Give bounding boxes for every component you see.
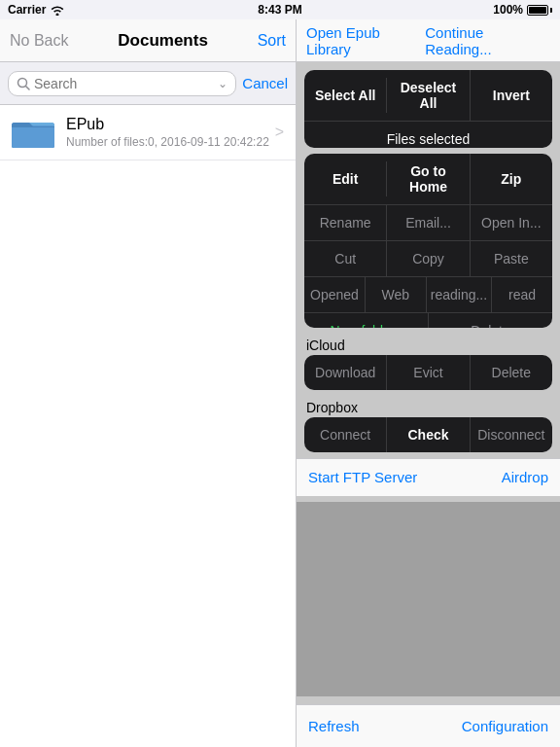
file-name: EPub xyxy=(66,116,275,133)
edit-group: Edit Go to Home Zip Rename Email... Open… xyxy=(304,154,552,328)
nav-title: Documents xyxy=(118,31,208,51)
files-selected-label: Files selected xyxy=(304,122,552,148)
select-row: Select All Deselect All Invert xyxy=(304,70,552,122)
cut-button[interactable]: Cut xyxy=(304,241,387,276)
zip-button[interactable]: Zip xyxy=(471,161,552,196)
dropbox-section: Dropbox Connect Check Disconnect xyxy=(304,396,552,452)
gray-area xyxy=(297,502,560,696)
file-item-epub[interactable]: EPub Number of files:0, 2016-09-11 20:42… xyxy=(0,105,296,160)
copy-button[interactable]: Copy xyxy=(387,241,470,276)
edit-row-5: New folder.. Delete xyxy=(304,313,552,328)
folder-icon xyxy=(12,115,54,150)
edit-button[interactable]: Edit xyxy=(304,161,387,196)
search-cancel-button[interactable]: Cancel xyxy=(242,75,288,91)
svg-line-1 xyxy=(26,86,30,89)
back-button[interactable]: No Back xyxy=(10,32,68,50)
left-panel: No Back Documents Sort ⌄ Cancel xyxy=(0,19,297,747)
status-bar: Carrier 8:43 PM 100% xyxy=(0,0,560,19)
email-button[interactable]: Email... xyxy=(387,205,470,240)
icloud-label: iCloud xyxy=(304,334,552,355)
read-button[interactable]: read xyxy=(492,277,552,312)
check-button[interactable]: Check xyxy=(387,417,470,452)
dropbox-group: Connect Check Disconnect xyxy=(304,417,552,452)
opened-button[interactable]: Opened xyxy=(304,277,366,312)
status-right: 100% xyxy=(493,3,552,17)
file-chevron-icon: > xyxy=(275,124,284,141)
airdrop-button[interactable]: Airdrop xyxy=(502,469,548,485)
edit-row-4: Opened Web reading... read xyxy=(304,277,552,313)
deselect-all-button[interactable]: Deselect All xyxy=(387,70,470,121)
refresh-button[interactable]: Refresh xyxy=(308,718,360,734)
evict-button[interactable]: Evict xyxy=(387,355,470,390)
dropbox-row: Connect Check Disconnect xyxy=(304,417,552,452)
right-content: Select All Deselect All Invert Files sel… xyxy=(297,62,560,704)
invert-button[interactable]: Invert xyxy=(471,78,552,113)
web-button[interactable]: Web xyxy=(366,277,427,312)
open-in-button[interactable]: Open In... xyxy=(471,205,552,240)
edit-row-3: Cut Copy Paste xyxy=(304,241,552,277)
paste-button[interactable]: Paste xyxy=(471,241,552,276)
ftp-airdrop-bar: Start FTP Server Airdrop xyxy=(297,458,560,496)
dropbox-label: Dropbox xyxy=(304,396,552,417)
rename-button[interactable]: Rename xyxy=(304,205,387,240)
files-selected-row: Files selected xyxy=(304,122,552,148)
battery-icon xyxy=(527,5,552,16)
disconnect-button[interactable]: Disconnect xyxy=(471,417,552,452)
battery-percent: 100% xyxy=(493,3,523,17)
status-left: Carrier xyxy=(8,3,65,17)
continue-reading-button[interactable]: Continue Reading... xyxy=(425,24,550,57)
footer-bar: Refresh Configuration xyxy=(297,704,560,747)
sort-button[interactable]: Sort xyxy=(258,32,286,50)
status-time: 8:43 PM xyxy=(258,3,301,17)
edit-row-2: Rename Email... Open In... xyxy=(304,205,552,241)
icloud-row: Download Evict Delete xyxy=(304,355,552,390)
new-folder-button[interactable]: New folder.. xyxy=(304,313,429,328)
download-button[interactable]: Download xyxy=(304,355,387,390)
edit-row-1: Edit Go to Home Zip xyxy=(304,154,552,205)
file-list: EPub Number of files:0, 2016-09-11 20:42… xyxy=(0,105,296,747)
go-to-home-button[interactable]: Go to Home xyxy=(387,154,470,204)
search-input[interactable] xyxy=(34,76,214,91)
search-input-wrap[interactable]: ⌄ xyxy=(8,71,236,96)
carrier-label: Carrier xyxy=(8,3,46,17)
open-epub-library-button[interactable]: Open Epub Library xyxy=(306,24,425,57)
icloud-group: Download Evict Delete xyxy=(304,355,552,390)
file-meta: Number of files:0, 2016-09-11 20:42:22 xyxy=(66,135,275,149)
delete-button-edit[interactable]: Delete xyxy=(429,313,552,328)
right-nav-bar: Open Epub Library Continue Reading... xyxy=(297,19,560,62)
search-chevron-icon: ⌄ xyxy=(218,77,228,90)
icloud-delete-button[interactable]: Delete xyxy=(471,355,552,390)
select-group: Select All Deselect All Invert Files sel… xyxy=(304,70,552,148)
search-bar: ⌄ Cancel xyxy=(0,62,296,105)
left-nav-bar: No Back Documents Sort xyxy=(0,19,296,62)
main-layout: No Back Documents Sort ⌄ Cancel xyxy=(0,19,560,747)
wifi-icon xyxy=(50,4,65,16)
start-ftp-button[interactable]: Start FTP Server xyxy=(308,469,417,485)
reading-button[interactable]: reading... xyxy=(427,277,492,312)
select-all-button[interactable]: Select All xyxy=(304,78,387,113)
icloud-section: iCloud Download Evict Delete xyxy=(304,334,552,390)
file-info: EPub Number of files:0, 2016-09-11 20:42… xyxy=(66,116,275,149)
configuration-button[interactable]: Configuration xyxy=(462,718,548,734)
right-panel: Open Epub Library Continue Reading... Se… xyxy=(297,19,560,747)
connect-button[interactable]: Connect xyxy=(304,417,387,452)
search-icon xyxy=(17,77,30,90)
